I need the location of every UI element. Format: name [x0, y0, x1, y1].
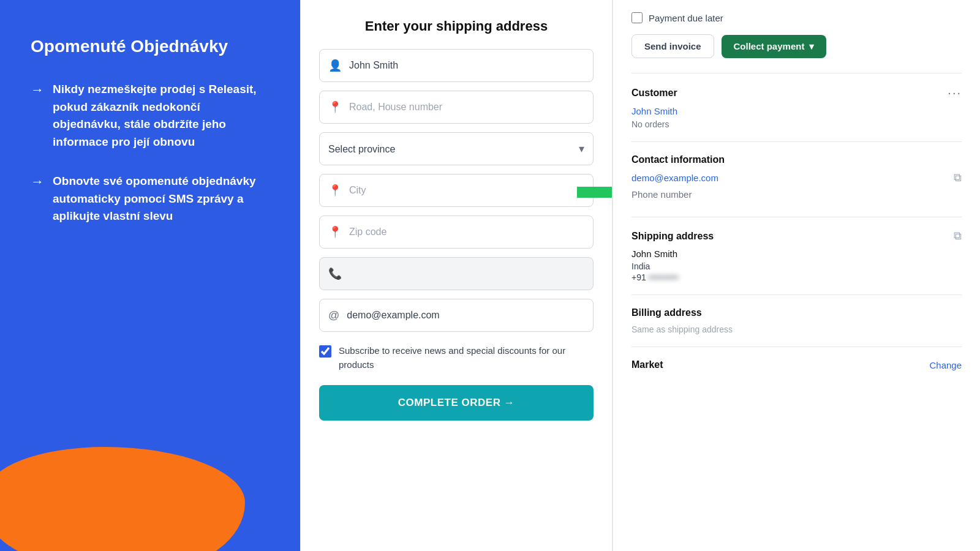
zip-field-group: 📍	[319, 216, 594, 249]
billing-same-text: Same as shipping address	[631, 324, 962, 334]
contact-email-row: demo@example.com ⧉	[631, 171, 962, 184]
billing-section-header: Billing address	[631, 307, 962, 318]
customer-name-link[interactable]: John Smith	[631, 106, 677, 116]
collect-payment-button[interactable]: Collect payment ▾	[722, 35, 827, 58]
customer-more-button[interactable]: ···	[948, 86, 962, 100]
market-section: Market Change	[631, 347, 962, 383]
customer-section: Customer ··· John Smith No orders	[631, 73, 962, 142]
market-change-button[interactable]: Change	[929, 360, 962, 370]
shipping-section: Shipping address ⧉ John Smith India +91 …	[631, 217, 962, 295]
payment-due-label: Payment due later	[649, 13, 723, 23]
location-icon-3: 📍	[328, 225, 342, 239]
btn-row: Send invoice Collect payment ▾	[631, 34, 962, 58]
payment-due-row: Payment due later	[631, 12, 962, 23]
chevron-down-icon: ▾	[579, 142, 584, 156]
arrow-icon-1: →	[31, 82, 44, 98]
email-field-group: @	[319, 299, 594, 332]
subscribe-label[interactable]: Subscribe to receive news and special di…	[339, 344, 594, 372]
city-input[interactable]	[349, 185, 584, 196]
shipping-title: Shipping address	[631, 231, 714, 242]
market-change-label: Change	[929, 360, 962, 370]
right-panel: Payment due later Send invoice Collect p…	[612, 0, 980, 551]
billing-title: Billing address	[631, 307, 702, 318]
send-invoice-button[interactable]: Send invoice	[631, 34, 714, 58]
contact-title: Contact information	[631, 154, 725, 165]
contact-email-text: demo@example.com	[631, 173, 718, 183]
shipping-section-header: Shipping address ⧉	[631, 230, 962, 242]
zip-input[interactable]	[349, 227, 584, 238]
shipping-phone-blurred: ••••••••••	[649, 272, 679, 282]
phone-field-group: 📞	[319, 257, 594, 290]
shipping-country: India	[631, 261, 962, 271]
chevron-down-icon-collect: ▾	[809, 41, 814, 52]
at-icon: @	[328, 309, 339, 322]
left-item-1: → Nikdy nezmeškejte prodej s Releasit, p…	[31, 81, 270, 151]
form-title: Enter your shipping address	[319, 18, 594, 34]
shipping-name: John Smith	[631, 249, 962, 259]
address-input[interactable]	[349, 102, 584, 113]
center-panel: Enter your shipping address 👤 📍 Select p…	[300, 0, 612, 551]
complete-order-button[interactable]: COMPLETE ORDER →	[319, 385, 594, 421]
left-panel: Opomenuté Objednávky → Nikdy nezmeškejte…	[0, 0, 300, 551]
contact-phone-row: Phone number	[631, 189, 962, 200]
province-select[interactable]: Select province	[328, 144, 579, 154]
city-field-group: 📍	[319, 174, 594, 207]
subscribe-checkbox-row: Subscribe to receive news and special di…	[319, 344, 594, 372]
contact-phone-text: Phone number	[631, 189, 692, 200]
orange-blob-decoration	[0, 447, 245, 551]
payment-section: Payment due later Send invoice Collect p…	[631, 0, 962, 73]
person-icon: 👤	[328, 59, 342, 72]
copy-icon-email[interactable]: ⧉	[954, 171, 962, 184]
email-input[interactable]	[347, 310, 584, 321]
shipping-phone: +91 ••••••••••	[631, 272, 962, 282]
collect-payment-label: Collect payment	[734, 41, 805, 51]
location-icon-1: 📍	[328, 100, 342, 114]
left-text-2: Obnovte své opomenuté objednávky automat…	[53, 173, 270, 225]
contact-section-header: Contact information	[631, 154, 962, 165]
arrow-icon-2: →	[31, 174, 44, 190]
customer-section-header: Customer ···	[631, 86, 962, 100]
contact-section: Contact information demo@example.com ⧉ P…	[631, 142, 962, 217]
payment-due-checkbox[interactable]	[631, 12, 643, 23]
left-item-2: → Obnovte své opomenuté objednávky autom…	[31, 173, 270, 225]
customer-title: Customer	[631, 88, 677, 99]
phone-input[interactable]	[349, 268, 584, 279]
subscribe-checkbox[interactable]	[319, 345, 331, 358]
name-field-group: 👤	[319, 49, 594, 82]
province-select-group[interactable]: Select province ▾	[319, 132, 594, 165]
copy-icon-shipping[interactable]: ⧉	[954, 230, 962, 242]
send-invoice-label: Send invoice	[644, 41, 701, 51]
no-orders-text: No orders	[631, 119, 962, 129]
location-icon-2: 📍	[328, 184, 342, 197]
address-field-group: 📍	[319, 91, 594, 124]
left-title: Opomenuté Objednávky	[31, 37, 270, 56]
name-input[interactable]	[349, 60, 584, 71]
left-text-1: Nikdy nezmeškejte prodej s Releasit, pok…	[53, 81, 270, 151]
phone-icon: 📞	[328, 267, 342, 280]
market-title: Market	[631, 359, 663, 370]
complete-order-label: COMPLETE ORDER →	[398, 397, 514, 409]
shipping-form: 👤 📍 Select province ▾ 📍 📍 📞	[319, 49, 594, 340]
billing-section: Billing address Same as shipping address	[631, 295, 962, 347]
